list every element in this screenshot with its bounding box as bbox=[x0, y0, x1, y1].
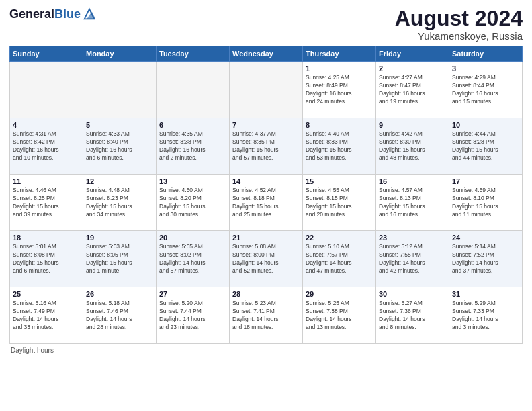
day-number: 28 bbox=[232, 290, 300, 298]
day-info: Sunrise: 4:40 AM Sunset: 8:33 PM Dayligh… bbox=[306, 130, 373, 163]
day-info: Sunrise: 4:29 AM Sunset: 8:44 PM Dayligh… bbox=[452, 74, 519, 106]
calendar-week-5: 25Sunrise: 5:16 AM Sunset: 7:49 PM Dayli… bbox=[10, 287, 523, 344]
location: Yukamenskoye, Russia bbox=[395, 30, 523, 42]
day-number: 21 bbox=[232, 234, 300, 242]
calendar-cell-w5-d5: 29Sunrise: 5:25 AM Sunset: 7:38 PM Dayli… bbox=[303, 287, 376, 344]
day-info: Sunrise: 4:42 AM Sunset: 8:30 PM Dayligh… bbox=[379, 130, 446, 163]
day-info: Sunrise: 5:20 AM Sunset: 7:44 PM Dayligh… bbox=[159, 300, 226, 332]
day-number: 20 bbox=[159, 234, 226, 242]
calendar-cell-w1-d6: 2Sunrise: 4:27 AM Sunset: 8:47 PM Daylig… bbox=[376, 62, 449, 118]
day-number: 17 bbox=[452, 177, 519, 185]
day-info: Sunrise: 5:08 AM Sunset: 8:00 PM Dayligh… bbox=[232, 243, 300, 275]
col-tuesday: Tuesday bbox=[157, 46, 230, 62]
day-number: 6 bbox=[159, 121, 226, 129]
day-info: Sunrise: 4:31 AM Sunset: 8:42 PM Dayligh… bbox=[13, 130, 80, 163]
day-number: 19 bbox=[86, 234, 153, 242]
calendar-week-4: 18Sunrise: 5:01 AM Sunset: 8:08 PM Dayli… bbox=[10, 231, 523, 287]
day-number: 15 bbox=[306, 177, 373, 185]
day-info: Sunrise: 5:14 AM Sunset: 7:52 PM Dayligh… bbox=[452, 243, 519, 275]
calendar-cell-w1-d1 bbox=[10, 62, 83, 118]
col-wednesday: Wednesday bbox=[230, 46, 303, 62]
day-number: 14 bbox=[232, 177, 300, 185]
day-number: 3 bbox=[452, 64, 519, 73]
day-number: 29 bbox=[306, 290, 373, 298]
calendar-cell-w5-d6: 30Sunrise: 5:27 AM Sunset: 7:36 PM Dayli… bbox=[376, 287, 449, 344]
day-number: 7 bbox=[232, 121, 300, 129]
calendar-cell-w1-d5: 1Sunrise: 4:25 AM Sunset: 8:49 PM Daylig… bbox=[303, 62, 376, 118]
header: GeneralBlue August 2024 Yukamenskoye, Ru… bbox=[9, 7, 523, 42]
day-number: 24 bbox=[452, 234, 519, 242]
calendar-cell-w4-d6: 23Sunrise: 5:12 AM Sunset: 7:55 PM Dayli… bbox=[376, 231, 449, 287]
col-friday: Friday bbox=[376, 46, 449, 62]
calendar-cell-w5-d1: 25Sunrise: 5:16 AM Sunset: 7:49 PM Dayli… bbox=[10, 287, 83, 344]
calendar-cell-w3-d6: 16Sunrise: 4:57 AM Sunset: 8:13 PM Dayli… bbox=[376, 175, 449, 231]
day-info: Sunrise: 5:12 AM Sunset: 7:55 PM Dayligh… bbox=[379, 243, 446, 275]
calendar-cell-w3-d7: 17Sunrise: 4:59 AM Sunset: 8:10 PM Dayli… bbox=[449, 175, 523, 231]
calendar-cell-w2-d2: 5Sunrise: 4:33 AM Sunset: 8:40 PM Daylig… bbox=[83, 118, 157, 175]
col-sunday: Sunday bbox=[10, 46, 83, 62]
day-info: Sunrise: 5:29 AM Sunset: 7:33 PM Dayligh… bbox=[452, 300, 519, 332]
day-number: 9 bbox=[379, 121, 446, 129]
calendar-cell-w3-d1: 11Sunrise: 4:46 AM Sunset: 8:25 PM Dayli… bbox=[10, 175, 83, 231]
day-info: Sunrise: 4:25 AM Sunset: 8:49 PM Dayligh… bbox=[306, 74, 373, 106]
calendar-cell-w4-d1: 18Sunrise: 5:01 AM Sunset: 8:08 PM Dayli… bbox=[10, 231, 83, 287]
day-number: 30 bbox=[379, 290, 446, 298]
day-number: 26 bbox=[86, 290, 153, 298]
day-number: 5 bbox=[86, 121, 153, 129]
calendar-cell-w1-d7: 3Sunrise: 4:29 AM Sunset: 8:44 PM Daylig… bbox=[449, 62, 523, 118]
day-number: 25 bbox=[13, 290, 80, 298]
calendar-header-row: Sunday Monday Tuesday Wednesday Thursday… bbox=[10, 46, 523, 62]
calendar-cell-w5-d2: 26Sunrise: 5:18 AM Sunset: 7:46 PM Dayli… bbox=[83, 287, 157, 344]
calendar-cell-w1-d3 bbox=[157, 62, 230, 118]
day-number: 1 bbox=[306, 64, 373, 73]
calendar-cell-w5-d4: 28Sunrise: 5:23 AM Sunset: 7:41 PM Dayli… bbox=[230, 287, 303, 344]
day-number: 10 bbox=[452, 121, 519, 129]
day-info: Sunrise: 5:25 AM Sunset: 7:38 PM Dayligh… bbox=[306, 300, 373, 332]
day-number: 18 bbox=[13, 234, 80, 242]
calendar-cell-w3-d5: 15Sunrise: 4:55 AM Sunset: 8:15 PM Dayli… bbox=[303, 175, 376, 231]
day-number: 23 bbox=[379, 234, 446, 242]
calendar-cell-w4-d3: 20Sunrise: 5:05 AM Sunset: 8:02 PM Dayli… bbox=[157, 231, 230, 287]
calendar-cell-w2-d7: 10Sunrise: 4:44 AM Sunset: 8:28 PM Dayli… bbox=[449, 118, 523, 175]
calendar-cell-w2-d5: 8Sunrise: 4:40 AM Sunset: 8:33 PM Daylig… bbox=[303, 118, 376, 175]
day-number: 31 bbox=[452, 290, 519, 298]
calendar-table: Sunday Monday Tuesday Wednesday Thursday… bbox=[9, 46, 523, 344]
day-info: Sunrise: 4:27 AM Sunset: 8:47 PM Dayligh… bbox=[379, 74, 446, 106]
calendar-cell-w1-d4 bbox=[230, 62, 303, 118]
day-info: Sunrise: 4:37 AM Sunset: 8:35 PM Dayligh… bbox=[232, 130, 300, 163]
footer-note: Daylight hours bbox=[9, 347, 523, 354]
day-info: Sunrise: 4:52 AM Sunset: 8:18 PM Dayligh… bbox=[232, 187, 300, 219]
calendar-week-1: 1Sunrise: 4:25 AM Sunset: 8:49 PM Daylig… bbox=[10, 62, 523, 118]
day-info: Sunrise: 4:59 AM Sunset: 8:10 PM Dayligh… bbox=[452, 187, 519, 219]
title-section: August 2024 Yukamenskoye, Russia bbox=[395, 7, 523, 42]
logo-icon bbox=[82, 7, 97, 21]
day-info: Sunrise: 4:35 AM Sunset: 8:38 PM Dayligh… bbox=[159, 130, 226, 163]
calendar-cell-w2-d1: 4Sunrise: 4:31 AM Sunset: 8:42 PM Daylig… bbox=[10, 118, 83, 175]
calendar-cell-w2-d6: 9Sunrise: 4:42 AM Sunset: 8:30 PM Daylig… bbox=[376, 118, 449, 175]
col-monday: Monday bbox=[83, 46, 157, 62]
logo: GeneralBlue bbox=[9, 7, 97, 21]
day-info: Sunrise: 5:23 AM Sunset: 7:41 PM Dayligh… bbox=[232, 300, 300, 332]
day-number: 12 bbox=[86, 177, 153, 185]
calendar-cell-w4-d4: 21Sunrise: 5:08 AM Sunset: 8:00 PM Dayli… bbox=[230, 231, 303, 287]
day-info: Sunrise: 5:10 AM Sunset: 7:57 PM Dayligh… bbox=[306, 243, 373, 275]
calendar-cell-w3-d3: 13Sunrise: 4:50 AM Sunset: 8:20 PM Dayli… bbox=[157, 175, 230, 231]
day-info: Sunrise: 5:05 AM Sunset: 8:02 PM Dayligh… bbox=[159, 243, 226, 275]
calendar-cell-w5-d7: 31Sunrise: 5:29 AM Sunset: 7:33 PM Dayli… bbox=[449, 287, 523, 344]
day-number: 16 bbox=[379, 177, 446, 185]
day-info: Sunrise: 5:18 AM Sunset: 7:46 PM Dayligh… bbox=[86, 300, 153, 332]
calendar-week-3: 11Sunrise: 4:46 AM Sunset: 8:25 PM Dayli… bbox=[10, 175, 523, 231]
calendar-cell-w3-d4: 14Sunrise: 4:52 AM Sunset: 8:18 PM Dayli… bbox=[230, 175, 303, 231]
day-number: 27 bbox=[159, 290, 226, 298]
day-info: Sunrise: 5:01 AM Sunset: 8:08 PM Dayligh… bbox=[13, 243, 80, 275]
day-info: Sunrise: 4:48 AM Sunset: 8:23 PM Dayligh… bbox=[86, 187, 153, 219]
calendar-cell-w3-d2: 12Sunrise: 4:48 AM Sunset: 8:23 PM Dayli… bbox=[83, 175, 157, 231]
calendar-cell-w4-d7: 24Sunrise: 5:14 AM Sunset: 7:52 PM Dayli… bbox=[449, 231, 523, 287]
day-number: 11 bbox=[13, 177, 80, 185]
day-number: 2 bbox=[379, 64, 446, 73]
day-number: 8 bbox=[306, 121, 373, 129]
calendar-cell-w2-d4: 7Sunrise: 4:37 AM Sunset: 8:35 PM Daylig… bbox=[230, 118, 303, 175]
logo-general: GeneralBlue bbox=[9, 7, 81, 21]
page-container: GeneralBlue August 2024 Yukamenskoye, Ru… bbox=[0, 0, 532, 411]
calendar-cell-w4-d2: 19Sunrise: 5:03 AM Sunset: 8:05 PM Dayli… bbox=[83, 231, 157, 287]
